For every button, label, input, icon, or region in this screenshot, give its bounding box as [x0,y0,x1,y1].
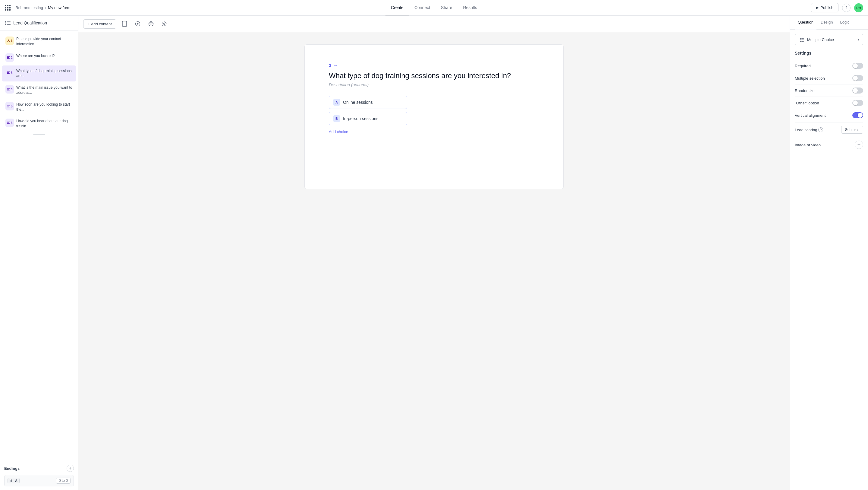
questions-list: 1 Please provide your contact informatio… [0,30,78,461]
sidebar-header: Lead Qualification [0,16,78,30]
multiple-selection-toggle[interactable] [852,75,863,81]
settings-section: Settings Required Multiple selection [795,51,863,121]
choice-text-a[interactable]: Online sessions [343,100,373,105]
randomize-toggle[interactable] [852,87,863,93]
nav-right: ▶ Publish ? RH [811,3,863,12]
choice-label-b: B [333,115,340,122]
add-choice-link[interactable]: Add choice [329,128,348,135]
type-selector-left: Multiple Choice [799,36,834,42]
add-image-video-button[interactable]: + [855,141,863,149]
svg-rect-15 [7,90,10,90]
svg-rect-21 [7,123,10,124]
required-toggle[interactable] [852,63,863,69]
canvas-question-title[interactable]: What type of dog training sessions are y… [329,71,539,80]
randomize-label: Randomize [795,88,815,93]
top-nav: Rebrand testing › My new form Create Con… [0,0,868,16]
tab-share[interactable]: Share [435,0,458,16]
setting-required: Required [795,60,863,72]
svg-rect-8 [7,57,9,58]
right-tab-logic[interactable]: Logic [837,16,852,29]
setting-randomize: Randomize [795,85,863,97]
right-sidebar: Question Design Logic [789,16,868,490]
other-option-toggle-thumb [853,100,858,105]
question-text-3: What type of dog training sessions are..… [16,68,73,79]
breadcrumb-current: My new form [48,5,70,10]
target-button[interactable] [146,19,156,29]
multiple-selection-toggle-thumb [853,76,858,81]
set-rules-button[interactable]: Set rules [841,126,863,134]
svg-rect-26 [124,26,125,26]
choice-item-b[interactable]: B In-person sessions [329,112,407,125]
question-item-3[interactable]: 3 What type of dog training sessions are… [2,65,76,82]
svg-point-34 [800,39,801,40]
ending-item[interactable]: A 0 to 0 [4,475,74,486]
question-badge-4: 4 [5,85,14,93]
image-video-label: Image or video [795,143,821,147]
svg-rect-2 [5,23,6,24]
right-tab-design[interactable]: Design [818,16,836,29]
canvas-area: 3 → What type of dog training sessions a… [79,32,789,490]
scroll-indicator [33,134,45,135]
question-item-1[interactable]: 1 Please provide your contact informatio… [2,33,76,50]
required-label: Required [795,64,811,68]
question-item-5[interactable]: 5 How soon are you looking to start the.… [2,99,76,115]
breadcrumb-parent[interactable]: Rebrand testing [16,5,43,10]
ending-badge: A [7,478,20,483]
question-text-2: Where are you located? [16,53,55,59]
svg-rect-20 [7,122,9,123]
svg-point-6 [8,39,9,41]
setting-vertical-alignment: Vertical alignment [795,109,863,121]
vertical-alignment-toggle[interactable] [852,112,863,118]
svg-rect-3 [7,23,10,23]
canvas-question-number: 3 [329,63,331,68]
question-badge-3: 3 [5,68,14,77]
app-logo-icon [5,5,10,10]
right-tab-question[interactable]: Question [795,16,816,29]
svg-rect-11 [7,73,9,73]
image-video-row: Image or video + [795,137,863,153]
tab-create[interactable]: Create [385,0,409,16]
question-text-4: What is the main issue you want to addre… [16,85,73,95]
svg-rect-33 [801,38,804,39]
svg-rect-24 [11,480,12,482]
multiple-selection-label: Multiple selection [795,76,825,81]
form-card: 3 → What type of dog training sessions a… [304,45,564,189]
type-selector[interactable]: Multiple Choice ▾ [795,34,863,45]
question-number-row: 3 → [329,63,539,68]
mobile-preview-button[interactable] [119,19,130,29]
multiple-choice-icon [799,36,805,42]
play-preview-button[interactable] [133,19,143,29]
choice-text-b[interactable]: In-person sessions [343,116,378,121]
setting-multiple-selection: Multiple selection [795,72,863,85]
choice-label-a: A [333,99,340,106]
toolbar: + Add content [79,16,789,32]
main-layout: Lead Qualification 1 Please provide your… [0,16,868,490]
vertical-alignment-label: Vertical alignment [795,113,826,118]
choice-item-a[interactable]: A Online sessions [329,96,407,109]
publish-button[interactable]: ▶ Publish [811,3,838,12]
question-item-4[interactable]: 4 What is the main issue you want to add… [2,82,76,98]
canvas-question-description[interactable]: Description (optional) [329,82,539,87]
question-item-2[interactable]: 2 Where are you located? [2,50,76,65]
svg-rect-35 [801,39,804,40]
dropdown-arrow-icon: ▾ [858,37,859,41]
other-option-toggle[interactable] [852,100,863,106]
question-item-6[interactable]: 6 How did you hear about our dog trainin… [2,116,76,132]
endings-title: Endings [4,466,20,471]
tab-connect[interactable]: Connect [409,0,435,16]
vertical-alignment-toggle-thumb [858,113,863,118]
right-panel-content: Multiple Choice ▾ Settings Required Mult… [790,30,868,157]
settings-button[interactable] [159,19,169,29]
svg-rect-4 [5,24,6,25]
play-icon: ▶ [816,6,818,10]
lead-scoring-help-icon[interactable]: ? [818,127,823,132]
add-content-button[interactable]: + Add content [83,19,116,29]
endings-header: Endings + [4,465,74,472]
question-text-1: Please provide your contact information [16,36,73,47]
help-button[interactable]: ? [842,4,850,12]
right-panel-tabs: Question Design Logic [790,16,868,30]
add-ending-button[interactable]: + [67,465,74,472]
tab-results[interactable]: Results [458,0,483,16]
question-badge-1: 1 [5,36,14,45]
breadcrumb-separator: › [45,5,46,10]
